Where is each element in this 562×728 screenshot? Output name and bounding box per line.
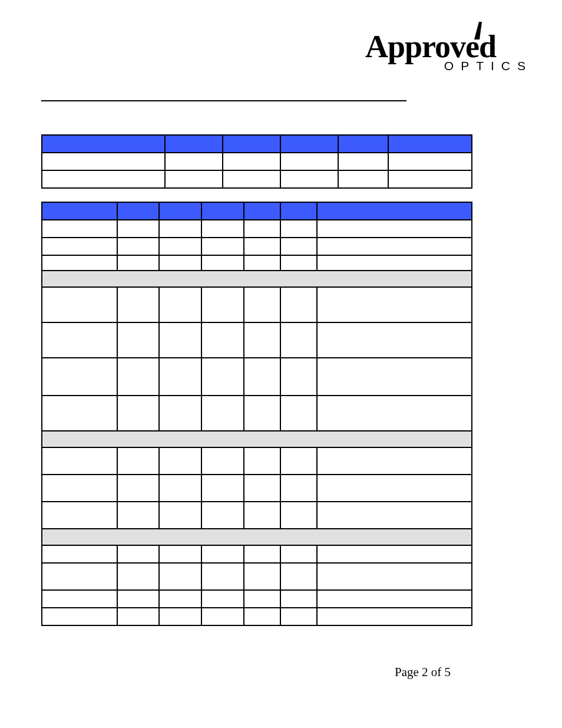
table2-cell [281, 564, 318, 591]
table1-cell [339, 153, 389, 171]
table1-cell [223, 153, 281, 171]
table2-cell [281, 323, 318, 358]
table2-cell [118, 323, 160, 358]
table2-cell [42, 448, 118, 475]
table2-cell [318, 608, 472, 626]
table2-cell [202, 564, 244, 591]
table1-header-cell [166, 136, 223, 153]
table2-cell [160, 475, 202, 502]
table2-cell [160, 564, 202, 591]
table2-cell [202, 358, 244, 396]
page-number: Page 2 of 5 [395, 665, 451, 680]
table2-cell [244, 564, 281, 591]
table2-cell [42, 396, 118, 431]
table2-cell [244, 591, 281, 608]
table2-cell [160, 502, 202, 529]
table2-cell [202, 256, 244, 271]
table2-cell [202, 591, 244, 608]
table1-header-cell [281, 136, 339, 153]
table1-cell [389, 153, 472, 171]
table2-cell [202, 546, 244, 564]
table2-cell [281, 475, 318, 502]
table2-cell [118, 220, 160, 238]
table2-cell [42, 564, 118, 591]
table2-section [42, 431, 472, 448]
table2-cell [118, 564, 160, 591]
table2-cell [42, 220, 118, 238]
table2-cell [118, 256, 160, 271]
table1-cell [166, 171, 223, 189]
table2-cell [160, 220, 202, 238]
table2-cell [318, 475, 472, 502]
table2-header-cell [318, 203, 472, 220]
table2-cell [202, 475, 244, 502]
table2-cell [42, 608, 118, 626]
table2-cell [318, 502, 472, 529]
table2-cell [318, 256, 472, 271]
table2-cell [244, 608, 281, 626]
table2-header-cell [281, 203, 318, 220]
table2-cell [281, 288, 318, 323]
table2-cell [118, 608, 160, 626]
table1-header-cell [223, 136, 281, 153]
table2-cell [244, 256, 281, 271]
table2-cell [160, 396, 202, 431]
table2-cell [244, 238, 281, 256]
table1-cell [223, 171, 281, 189]
table2-cell [281, 256, 318, 271]
table1-cell [42, 153, 166, 171]
divider [41, 100, 406, 101]
table1-header-cell [389, 136, 472, 153]
table2-cell [202, 448, 244, 475]
table2-cell [318, 288, 472, 323]
table2-cell [42, 546, 118, 564]
brand-logo: Approved OPTICS [365, 32, 536, 73]
table2-cell [281, 608, 318, 626]
details-table [41, 202, 472, 626]
table2-cell [118, 591, 160, 608]
table1-header-cell [42, 136, 166, 153]
table1-header-cell [339, 136, 389, 153]
table2-cell [244, 396, 281, 431]
table2-cell [118, 448, 160, 475]
table2-header-cell [202, 203, 244, 220]
table2-cell [42, 323, 118, 358]
table2-cell [281, 358, 318, 396]
table2-cell [118, 502, 160, 529]
logo-text: Approved [365, 32, 496, 61]
table2-cell [281, 502, 318, 529]
table1-cell [166, 153, 223, 171]
table2-cell [281, 220, 318, 238]
table2-cell [42, 358, 118, 396]
table2-cell [281, 396, 318, 431]
table2-cell [244, 288, 281, 323]
table2-cell [202, 608, 244, 626]
table2-cell [244, 546, 281, 564]
table2-cell [244, 502, 281, 529]
table1-cell [42, 171, 166, 189]
table2-cell [202, 396, 244, 431]
table2-cell [318, 238, 472, 256]
table2-cell [160, 288, 202, 323]
table2-cell [42, 288, 118, 323]
table2-cell [42, 591, 118, 608]
table2-cell [118, 475, 160, 502]
table2-cell [118, 546, 160, 564]
table2-cell [244, 475, 281, 502]
table2-cell [202, 288, 244, 323]
table2-cell [281, 591, 318, 608]
table2-header-cell [244, 203, 281, 220]
table2-cell [118, 358, 160, 396]
table2-cell [281, 238, 318, 256]
table2-header-cell [160, 203, 202, 220]
table2-cell [318, 564, 472, 591]
table2-cell [244, 220, 281, 238]
table2-cell [244, 448, 281, 475]
table2-cell [42, 475, 118, 502]
table1-cell [339, 171, 389, 189]
table2-cell [318, 546, 472, 564]
table2-cell [318, 448, 472, 475]
table2-cell [318, 220, 472, 238]
table1-cell [281, 171, 339, 189]
table2-cell [118, 288, 160, 323]
